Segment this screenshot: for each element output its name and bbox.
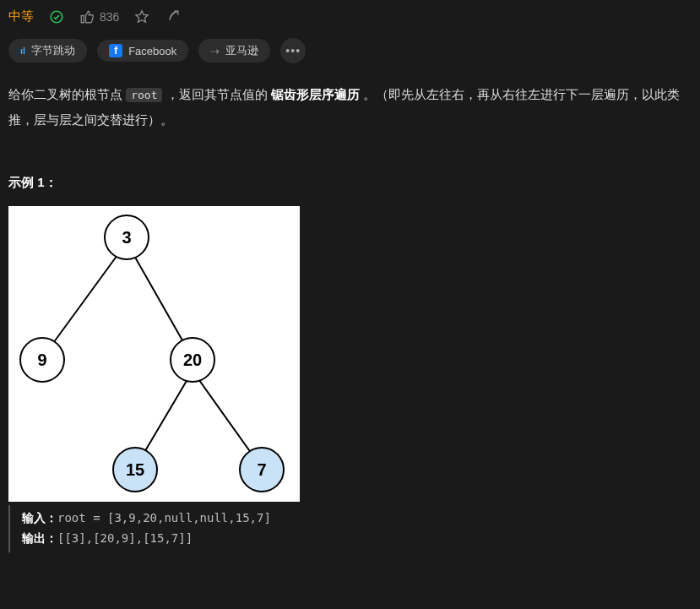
ellipsis-icon: ••• <box>285 44 301 57</box>
tree-node-root: 3 <box>104 215 149 260</box>
problem-meta-row: 中等 836 <box>8 8 692 24</box>
more-tags-button[interactable]: ••• <box>280 38 306 63</box>
output-label: 输出： <box>22 531 57 545</box>
tree-node-leaf-right: 7 <box>239 447 285 492</box>
thumbs-up-icon <box>79 9 95 24</box>
tree-node-left: 9 <box>19 337 65 383</box>
example-tree-diagram: 3 9 20 15 7 <box>8 206 300 502</box>
favorite-button[interactable] <box>134 9 149 24</box>
problem-description: 给你二叉树的根节点 root ，返回其节点值的 锯齿形层序遍历 。（即先从左往右… <box>8 82 692 133</box>
star-icon <box>134 9 149 24</box>
tag-amazon[interactable]: ⇢ 亚马逊 <box>198 39 270 63</box>
input-label: 输入： <box>22 511 57 525</box>
example-io-block: 输入：root = [3,9,20,null,null,15,7] 输出：[[3… <box>8 505 692 552</box>
solved-checkmark-button[interactable] <box>49 9 64 24</box>
difficulty-badge: 中等 <box>8 8 34 24</box>
bytedance-icon: ıl <box>20 46 25 56</box>
tag-facebook[interactable]: f Facebook <box>97 40 188 62</box>
desc-text: ，返回其节点值的 <box>162 87 270 101</box>
input-value: root = [3,9,20,null,null,15,7] <box>57 511 271 525</box>
like-count: 836 <box>100 10 119 24</box>
tree-node-leaf-left: 15 <box>112 447 158 492</box>
tree-node-right: 20 <box>170 337 215 383</box>
desc-text: 给你二叉树的根节点 <box>8 87 126 101</box>
share-button[interactable] <box>165 9 180 24</box>
desc-bold: 锯齿形层序遍历 <box>271 87 360 101</box>
tag-label: Facebook <box>128 45 176 57</box>
check-circle-icon <box>49 9 64 24</box>
output-value: [[3],[20,9],[15,7]] <box>57 531 193 545</box>
amazon-icon: ⇢ <box>210 45 220 57</box>
tag-label: 字节跳动 <box>31 43 75 58</box>
facebook-icon: f <box>109 44 122 57</box>
tag-label: 亚马逊 <box>225 43 258 58</box>
like-button[interactable]: 836 <box>79 9 119 24</box>
share-arrow-icon <box>165 9 180 24</box>
company-tags-row: ıl 字节跳动 f Facebook ⇢ 亚马逊 ••• <box>8 38 692 63</box>
example-heading: 示例 1： <box>8 175 692 191</box>
code-variable: root <box>126 88 162 102</box>
tag-bytedance[interactable]: ıl 字节跳动 <box>8 39 87 63</box>
